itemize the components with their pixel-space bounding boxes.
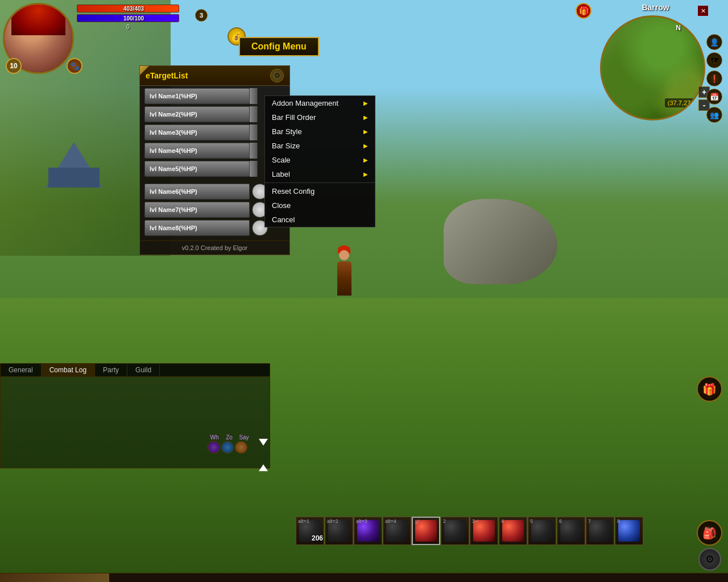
target-bar-8[interactable]: lvl Name8(%HP): [144, 220, 250, 236]
target-bar-7[interactable]: lvl Name7(%HP): [144, 202, 250, 218]
ctx-bar-size[interactable]: Bar Size ▶: [265, 139, 375, 153]
action-slot-7[interactable]: 7: [586, 517, 614, 545]
action-slot-alt2[interactable]: alt+2: [325, 517, 353, 545]
target-bar-cap-2: [250, 106, 258, 122]
target-bar-1[interactable]: lvl Name1(%HP): [144, 88, 250, 104]
minimap-side-icons: 👤 🗺 ❗ 📅 👥: [706, 34, 722, 123]
icon-bag[interactable]: 🎒: [697, 520, 722, 546]
chat-tab-general[interactable]: General: [1, 364, 42, 376]
action-slot-2[interactable]: 2: [441, 517, 469, 545]
xp-text: 0: [77, 24, 179, 30]
chat-scroll-up[interactable]: [259, 464, 268, 471]
target-bar-2[interactable]: lvl Name2(%HP): [144, 106, 250, 122]
portrait-hair: [11, 5, 65, 35]
chat-tabs: General Combat Log Party Guild: [1, 364, 270, 377]
target-row-3: lvl Name3(%HP): [144, 124, 285, 140]
ctx-divider: [265, 182, 375, 183]
ctx-arrow-bar-fill: ▶: [363, 114, 368, 120]
minimap-icon-social[interactable]: 👥: [706, 107, 722, 123]
etarget-footer: v0.2.0 Created by Elgor: [140, 240, 289, 255]
scrollbar-fill: [0, 573, 109, 582]
mp-bar-text: 100/100: [77, 14, 191, 22]
bottom-scrollbar[interactable]: [0, 573, 728, 582]
target-row-8: lvl Name8(%HP): [144, 220, 285, 236]
etarget-title: eTargetList: [146, 71, 188, 80]
row-spacer: [144, 179, 285, 184]
action-slot-alt3[interactable]: alt+3: [354, 517, 382, 545]
minimap-icon-character[interactable]: 👤: [706, 34, 722, 50]
minimap-icon-map[interactable]: 🗺: [706, 52, 722, 68]
chat-scroll-down[interactable]: [259, 439, 268, 446]
etarget-gear-button[interactable]: ⚙: [270, 69, 284, 82]
ctx-cancel[interactable]: Cancel: [265, 213, 375, 227]
ctx-arrow-label: ▶: [363, 171, 368, 177]
minimap-north: N: [676, 24, 681, 32]
ctx-arrow-scale: ▶: [363, 157, 368, 163]
target-row-1: lvl Name1(%HP): [144, 88, 285, 104]
top-right-gift-icon[interactable]: 🎁: [576, 3, 592, 19]
action-slot-4[interactable]: 4: [499, 517, 527, 545]
channel-label-say: Say: [237, 434, 251, 440]
target-row-7: lvl Name7(%HP): [144, 202, 285, 218]
target-bar-4[interactable]: lvl Name4(%HP): [144, 143, 250, 159]
chat-channel-labels: Wh Zo Say: [208, 434, 251, 440]
ctx-reset-config[interactable]: Reset Config: [265, 184, 375, 198]
action-slot-5[interactable]: 5: [528, 517, 556, 545]
target-row-6: lvl Name6(%HP): [144, 184, 285, 199]
icon-settings[interactable]: ⚙: [698, 548, 721, 571]
channel-icon-zo[interactable]: [221, 441, 234, 454]
hp-bar-wrapper: 403/403 3: [77, 5, 191, 13]
minimap-icon-quest[interactable]: ❗: [706, 70, 722, 86]
ctx-arrow-bar-size: ▶: [363, 143, 368, 149]
target-row-5: lvl Name5(%HP): [144, 161, 285, 177]
action-slot-alt4[interactable]: alt+4: [383, 517, 411, 545]
chat-tab-guild[interactable]: Guild: [127, 364, 160, 376]
ctx-bar-fill-order[interactable]: Bar Fill Order ▶: [265, 110, 375, 124]
mp-bar-wrapper: 100/100: [77, 14, 191, 22]
chat-tab-party[interactable]: Party: [95, 364, 127, 376]
chat-channel-icons: [208, 441, 247, 454]
channel-icon-wh[interactable]: [208, 441, 220, 454]
etarget-header: eTargetList ⚙: [140, 66, 289, 86]
pet-icon: 🐾: [67, 58, 82, 74]
target-bar-cap-3: [250, 124, 258, 140]
ctx-addon-management[interactable]: Addon Management ▶: [265, 96, 375, 110]
ctx-close[interactable]: Close: [265, 198, 375, 213]
context-menu: Addon Management ▶ Bar Fill Order ▶ Bar …: [264, 95, 375, 227]
action-slot-3[interactable]: 3✓: [470, 517, 498, 545]
channel-label-zo: Zo: [222, 434, 236, 440]
chat-channel-wrapper: Wh Zo Say: [208, 434, 251, 454]
action-icon-2: [444, 520, 466, 542]
minimap-container: Barrow ✕ N (37.7,27.1) + -: [600, 3, 711, 114]
minimap-icon-calendar[interactable]: 📅: [706, 89, 722, 105]
ctx-label[interactable]: Label ▶: [265, 167, 375, 181]
minimap-location: Barrow: [600, 3, 711, 12]
config-menu-button[interactable]: Config Menu: [239, 37, 319, 56]
action-slot-1[interactable]: 1/: [412, 517, 440, 545]
action-icon-4: [502, 520, 524, 542]
action-slot-8[interactable]: 8: [615, 517, 643, 545]
target-bar-3[interactable]: lvl Name3(%HP): [144, 124, 250, 140]
action-bar: alt+1 alt+2 alt+3 alt+4 1/ 2 3✓ 4 5 6: [296, 517, 643, 545]
target-row-2: lvl Name2(%HP): [144, 106, 285, 122]
hp-bar-text: 403/403: [77, 5, 191, 13]
channel-icon-say[interactable]: [235, 441, 247, 454]
buff-number: 3: [195, 9, 208, 22]
action-slot-6[interactable]: 6: [557, 517, 585, 545]
chat-tab-combat-log[interactable]: Combat Log: [42, 364, 95, 376]
minimap-frame: N (37.7,27.1): [600, 15, 705, 120]
action-icon-7: [589, 520, 611, 542]
bars-container: 403/403 3 100/100 0: [77, 5, 191, 30]
ctx-bar-style[interactable]: Bar Style ▶: [265, 124, 375, 139]
icon-gift[interactable]: 🎁: [697, 376, 722, 402]
minimap-close-button[interactable]: ✕: [698, 6, 708, 16]
ctx-scale[interactable]: Scale ▶: [265, 153, 375, 167]
portrait-container: 10 🐾: [3, 3, 77, 77]
action-icon-6: [560, 520, 582, 542]
tent-blue-body: [48, 168, 100, 188]
target-bar-cap-1: [250, 88, 258, 104]
target-row-4: lvl Name4(%HP): [144, 143, 285, 159]
target-bar-6[interactable]: lvl Name6(%HP): [144, 184, 250, 199]
target-bar-cap-5: [250, 161, 258, 177]
target-bar-5[interactable]: lvl Name5(%HP): [144, 161, 250, 177]
